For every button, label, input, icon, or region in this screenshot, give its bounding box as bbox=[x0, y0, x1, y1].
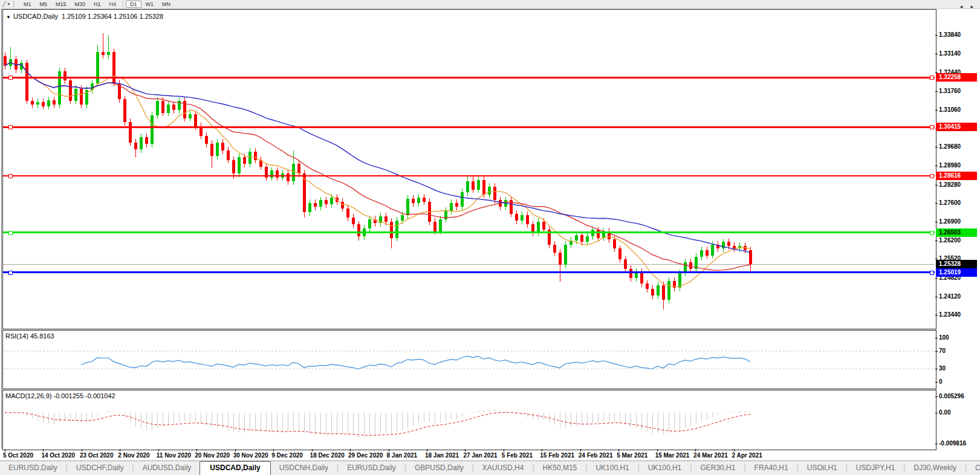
date-axis-tick bbox=[657, 449, 658, 451]
price-axis-label: 1.28280 bbox=[939, 181, 961, 188]
price-axis-tick bbox=[935, 241, 938, 241]
line-anchor-handle[interactable] bbox=[930, 231, 934, 235]
timeframe-button-m5[interactable]: M5 bbox=[35, 1, 51, 8]
chart-tab-uk100-h1[interactable]: UK100,H1 bbox=[640, 461, 690, 475]
timeframe-button-w1[interactable]: W1 bbox=[141, 1, 158, 8]
price-axis-tick bbox=[935, 278, 938, 279]
chart-tab-uk100-h1[interactable]: UK100,H1 bbox=[587, 461, 637, 475]
chart-tab-hk50-m15[interactable]: HK50,M15 bbox=[534, 461, 586, 475]
chart-tab-usdchf-daily[interactable]: USDCHF,Daily bbox=[68, 461, 132, 475]
date-axis-tick bbox=[504, 449, 504, 451]
timeframe-button-m15[interactable]: M15 bbox=[51, 1, 71, 8]
candlestick-plot[interactable] bbox=[3, 10, 935, 328]
current-price-badge: 1.25328 bbox=[936, 260, 977, 268]
line-anchor-handle[interactable] bbox=[930, 174, 934, 178]
date-axis-tick bbox=[734, 449, 735, 451]
symbol-dropdown-icon[interactable]: ▼ bbox=[6, 15, 13, 20]
chart-tab-xauusd-h4[interactable]: XAUUSD,H4 bbox=[474, 461, 533, 475]
date-axis-tick bbox=[542, 449, 542, 451]
chart-tab-eurusd-daily[interactable]: EURUSD,Daily bbox=[339, 461, 404, 475]
line-anchor-handle[interactable] bbox=[8, 231, 13, 235]
chart-tab-usdcad-daily[interactable]: USDCAD,Daily bbox=[200, 461, 270, 475]
macd-panel[interactable] bbox=[2, 390, 936, 450]
price-axis-label: 1.28980 bbox=[939, 162, 961, 169]
date-axis-label: 15 Mar 2021 bbox=[655, 452, 690, 459]
date-axis-label: 14 Oct 2020 bbox=[41, 452, 75, 459]
line-anchor-handle[interactable] bbox=[930, 271, 934, 275]
price-axis-label: 1.24120 bbox=[939, 293, 961, 300]
price-chart-panel[interactable] bbox=[2, 9, 936, 329]
price-axis-label: 1.33140 bbox=[939, 50, 961, 57]
chart-tab-usdcnh-daily[interactable]: USDCNH,Daily bbox=[271, 461, 337, 475]
price-level-badge: 1.25019 bbox=[936, 268, 977, 277]
rsi-axis-label: 70 bbox=[939, 347, 946, 354]
timeframe-toolbar: ╱ ▾ M1M5M15M30H1H4D1W1MN bbox=[0, 0, 980, 9]
rsi-axis-tick bbox=[935, 369, 938, 369]
chart-tab-china300-h1[interactable]: CHINA300,H1 bbox=[967, 461, 980, 475]
date-axis-label: 24 Feb 2021 bbox=[579, 452, 613, 459]
date-axis-tick bbox=[158, 449, 159, 451]
date-axis-label: 2 Apr 2021 bbox=[732, 452, 762, 459]
date-axis-tick bbox=[580, 449, 581, 451]
timeframe-button-d1[interactable]: D1 bbox=[126, 1, 141, 8]
date-axis-tick bbox=[273, 449, 274, 451]
chart-tab-usdjpy-h1[interactable]: USDJPY,H1 bbox=[848, 461, 903, 475]
symbol-ohlc-values: 1.25109 1.25364 1.25106 1.25328 bbox=[62, 13, 163, 20]
chart-tab-ger30-h1[interactable]: GER30,H1 bbox=[692, 461, 744, 475]
price-axis-tick bbox=[935, 222, 938, 222]
price-axis-tick bbox=[935, 35, 938, 36]
rsi-axis-tick bbox=[935, 351, 938, 352]
line-anchor-handle[interactable] bbox=[8, 271, 13, 275]
date-axis-label: 24 Mar 2021 bbox=[693, 452, 728, 459]
timeframe-button-h1[interactable]: H1 bbox=[89, 1, 105, 8]
line-tool-icon[interactable]: ╱ bbox=[0, 1, 7, 7]
macd-axis-label: 0.005296 bbox=[939, 393, 964, 399]
price-axis-label: 1.31760 bbox=[939, 88, 961, 94]
window-left-edge bbox=[1, 9, 2, 449]
rsi-panel[interactable] bbox=[2, 330, 936, 389]
rsi-axis-label: 0 bbox=[939, 378, 943, 385]
price-axis-label: 1.29680 bbox=[939, 143, 961, 150]
date-axis-label: 27 Jan 2021 bbox=[463, 452, 497, 459]
timeframe-button-mn[interactable]: MN bbox=[158, 1, 175, 8]
line-anchor-handle[interactable] bbox=[930, 125, 934, 129]
chart-tab-gbpusd-daily[interactable]: GBPUSD,Daily bbox=[406, 461, 472, 475]
rsi-axis-tick bbox=[935, 338, 938, 338]
line-anchor-handle[interactable] bbox=[8, 125, 13, 129]
rsi-axis-label: 100 bbox=[939, 334, 949, 341]
tab-scroll-right-icon[interactable]: ► bbox=[967, 4, 977, 10]
timeframe-button-m1[interactable]: M1 bbox=[19, 1, 36, 8]
date-axis-label: 20 Nov 2020 bbox=[195, 452, 230, 459]
price-axis-label: 1.33840 bbox=[939, 31, 961, 38]
toolbar-grip[interactable] bbox=[13, 1, 16, 7]
price-axis-tick bbox=[935, 91, 938, 92]
date-axis-tick bbox=[43, 449, 44, 451]
macd-plot[interactable] bbox=[3, 390, 935, 448]
timeframe-buttons: M1M5M15M30H1H4D1W1MN bbox=[19, 1, 175, 8]
line-anchor-handle[interactable] bbox=[8, 76, 13, 80]
price-level-badge: 1.30415 bbox=[936, 123, 977, 131]
chart-tab-fra40-h1[interactable]: FRA40,H1 bbox=[746, 461, 797, 475]
tab-scroll-left-icon[interactable]: ◄ bbox=[956, 4, 966, 10]
macd-axis-tick bbox=[935, 413, 938, 413]
chart-tab-dj30-weekly[interactable]: DJ30,Weekly bbox=[905, 461, 964, 475]
date-axis-tick bbox=[618, 449, 619, 451]
date-axis-tick bbox=[82, 449, 82, 451]
macd-axis-tick bbox=[935, 396, 938, 397]
rsi-plot[interactable] bbox=[3, 331, 935, 387]
price-axis-label: 1.26200 bbox=[939, 237, 961, 244]
line-anchor-handle[interactable] bbox=[8, 174, 13, 178]
date-axis-label: 30 Nov 2020 bbox=[233, 452, 268, 459]
price-level-badge: 1.32258 bbox=[936, 73, 977, 82]
line-tool-caret-icon[interactable]: ▾ bbox=[7, 2, 12, 7]
date-axis-label: 29 Dec 2020 bbox=[348, 452, 383, 459]
date-axis-tick bbox=[196, 449, 197, 451]
rsi-label: RSI(14) 45.8163 bbox=[5, 332, 54, 340]
chart-tab-audusd-daily[interactable]: AUDUSD,Daily bbox=[134, 461, 200, 475]
chart-tab-eurusd-daily[interactable]: EURUSD,Daily bbox=[0, 461, 66, 475]
timeframe-button-h4[interactable]: H4 bbox=[105, 1, 121, 8]
timeframe-button-m30[interactable]: M30 bbox=[70, 1, 89, 8]
date-axis-tick bbox=[427, 449, 427, 451]
line-anchor-handle[interactable] bbox=[930, 76, 934, 80]
chart-tab-usoil-h1[interactable]: USOil,H1 bbox=[799, 461, 846, 475]
